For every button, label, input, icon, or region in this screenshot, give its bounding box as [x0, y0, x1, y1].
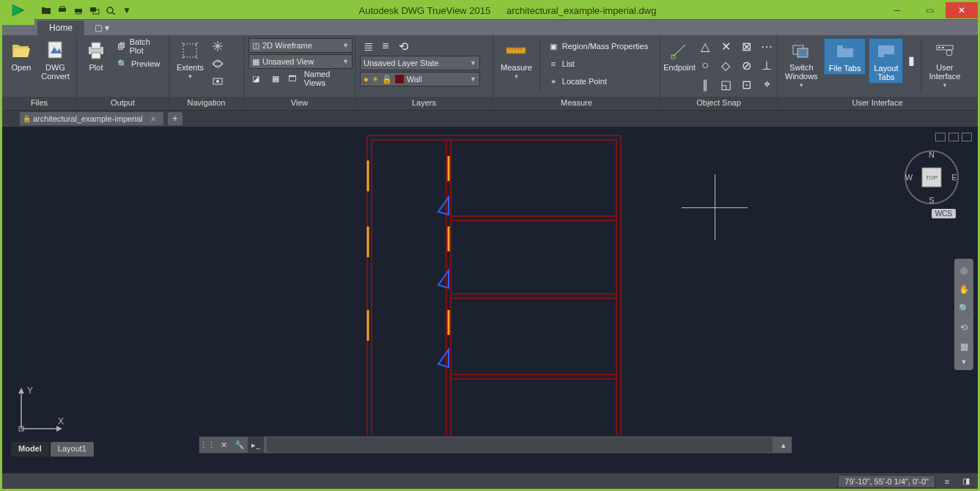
viewcube-w[interactable]: W	[905, 173, 913, 182]
new-tab-button[interactable]: +	[168, 112, 183, 125]
ucs-icon: Y X	[14, 385, 65, 436]
nav-showmotion-button[interactable]: ▦	[956, 338, 972, 355]
qat-dropdown-icon[interactable]: ▼	[119, 4, 134, 17]
osnap-ext-button[interactable]: ⋯	[759, 38, 775, 54]
plot-button[interactable]: Plot	[81, 38, 111, 73]
orbit-button[interactable]	[210, 56, 226, 72]
osnap-node-button[interactable]: ⊡	[738, 76, 754, 92]
viewcube[interactable]: N S W E TOP	[903, 149, 960, 206]
batch-plot-icon[interactable]	[87, 4, 102, 17]
osnap-quad-button[interactable]: ◇	[718, 57, 734, 73]
layout-tabs-button[interactable]: Layout Tabs	[869, 38, 903, 84]
batch-plot-button[interactable]: 🗐Batch Plot	[114, 38, 164, 54]
close-button[interactable]: ✕	[946, 2, 978, 18]
cmd-prompt-icon: ▸_	[248, 437, 264, 453]
svg-rect-32	[878, 53, 884, 57]
switch-windows-button[interactable]: Switch Windows ▼	[782, 38, 821, 90]
toolbar-icon	[934, 40, 956, 62]
dwg-convert-button[interactable]: DWG Convert	[39, 38, 72, 82]
viewcube-e[interactable]: E	[951, 173, 957, 182]
preview-icon[interactable]	[103, 4, 118, 17]
region-button[interactable]: ▣Region/Mass Properties	[545, 38, 651, 54]
wcs-badge[interactable]: WCS	[932, 209, 956, 218]
layer-off-button[interactable]: ⟲	[395, 38, 411, 54]
minimize-button[interactable]: ─	[881, 2, 913, 18]
cmd-recent-button[interactable]: 🔧	[232, 437, 248, 453]
panel-view: ◫ 2D Wireframe▼ ▦ Unsaved View▼ ◪ ▦ 🗔 Na…	[244, 35, 355, 110]
tab-model[interactable]: Model	[11, 442, 49, 457]
app-name: Autodesk DWG TrueView 2015	[359, 5, 491, 16]
ui-toggle-extra-button[interactable]: ▮	[906, 38, 916, 82]
vp-close-button[interactable]	[962, 133, 972, 141]
tab-home[interactable]: Home	[37, 21, 84, 35]
svg-rect-35	[942, 47, 944, 48]
print-icon[interactable]	[71, 4, 86, 17]
cmd-close-button[interactable]: ✕	[215, 437, 232, 453]
tab-extras[interactable]: ▢ ▾	[87, 21, 117, 35]
plot-icon[interactable]	[55, 4, 70, 17]
pan-button[interactable]	[210, 38, 226, 54]
svg-rect-28	[797, 48, 808, 57]
ribbon: Open DWG Convert Files Plot 🗐Batch Plot …	[2, 35, 978, 111]
osnap-int-button[interactable]: ✕	[718, 38, 734, 54]
status-tray-button[interactable]: ◨	[959, 475, 973, 488]
file-tabs-button[interactable]: File Tabs	[824, 38, 866, 75]
user-interface-button[interactable]: User Interface ▼	[926, 38, 963, 90]
viewcube-s[interactable]: S	[929, 196, 934, 204]
osnap-appint-button[interactable]: ⊠	[738, 38, 754, 54]
open-button[interactable]: Open	[7, 38, 36, 73]
status-config-button[interactable]: ≡	[940, 475, 954, 488]
layer-combo[interactable]: ● ☀ 🔓 Wall▼	[360, 72, 480, 86]
osnap-perp-button[interactable]: ⊥	[759, 57, 775, 73]
ruler-icon	[505, 40, 527, 62]
app-menu-button[interactable]	[2, 0, 34, 25]
file-tab-active[interactable]: 🔒 architectural_example-imperial ✕	[20, 112, 163, 125]
locate-point-button[interactable]: ⌖Locate Point	[545, 73, 651, 89]
tab-layout1[interactable]: Layout1	[51, 442, 94, 457]
vp-restore-button[interactable]	[948, 133, 959, 141]
coords-readout[interactable]: 79'-10", 55'-0 1/4", 0'-0"	[838, 475, 935, 488]
osnap-tan-button[interactable]: ⊘	[738, 57, 754, 73]
nav-wheel-button[interactable]: ◎	[956, 262, 972, 279]
model-space[interactable]: N S W E TOP WCS ◎ ✋ 🔍 ⟲ ▦ ▼	[2, 127, 978, 473]
file-tabstrip: 🔒 architectural_example-imperial ✕ +	[2, 111, 978, 127]
cmd-drag-handle[interactable]: ⋮⋮	[199, 437, 215, 453]
panel-title: Output	[77, 97, 169, 110]
osnap-near-button[interactable]: ⌖	[759, 76, 775, 92]
view-prev-button[interactable]: ◪	[248, 70, 264, 86]
show-motion-button[interactable]	[210, 73, 226, 89]
view-manager-button[interactable]: ▦	[268, 70, 284, 86]
preview-button[interactable]: 🔍Preview	[114, 56, 164, 72]
extents-icon	[179, 40, 201, 62]
dwg-convert-icon	[45, 40, 67, 62]
nav-pan-button[interactable]: ✋	[956, 281, 972, 298]
folder-open-icon	[10, 40, 32, 62]
osnap-mid-button[interactable]: △	[697, 38, 713, 54]
osnap-ins-button[interactable]: ◱	[718, 76, 734, 92]
list-button[interactable]: ≡List	[545, 56, 651, 72]
layer-state-combo[interactable]: Unsaved Layer State▼	[360, 56, 480, 70]
osnap-center-button[interactable]: ○	[697, 57, 713, 73]
layer-iso-button[interactable]: ≣	[360, 38, 376, 54]
osnap-par-button[interactable]: ∥	[697, 76, 713, 92]
measure-button[interactable]: Measure ▼	[498, 38, 535, 81]
visual-style-combo[interactable]: ◫ 2D Wireframe▼	[248, 38, 353, 53]
viewcube-face[interactable]: TOP	[926, 174, 937, 181]
named-view-combo[interactable]: ▦ Unsaved View▼	[248, 54, 353, 69]
nav-expand-button[interactable]: ▼	[956, 357, 972, 367]
cmd-expand-button[interactable]: ▴	[775, 437, 792, 453]
nav-orbit-button[interactable]: ⟲	[956, 319, 972, 336]
command-bar: ⋮⋮ ✕ 🔧 ▸_ ▴	[199, 436, 792, 454]
close-tab-button[interactable]: ✕	[150, 115, 156, 123]
nav-zoom-button[interactable]: 🔍	[956, 300, 972, 317]
maximize-button[interactable]: ▭	[913, 2, 946, 18]
extents-button[interactable]: Extents ▼	[174, 38, 207, 81]
layer-uniso-button[interactable]: ≡	[377, 38, 394, 54]
vp-minimize-button[interactable]	[935, 133, 946, 141]
endpoint-button[interactable]: Endpoint	[665, 38, 694, 73]
svg-text:X: X	[58, 416, 64, 427]
viewcube-n[interactable]: N	[929, 150, 935, 159]
named-views-button[interactable]: 🗔 Named Views	[288, 70, 350, 86]
command-input[interactable]	[267, 438, 773, 452]
open-icon[interactable]	[39, 4, 54, 17]
